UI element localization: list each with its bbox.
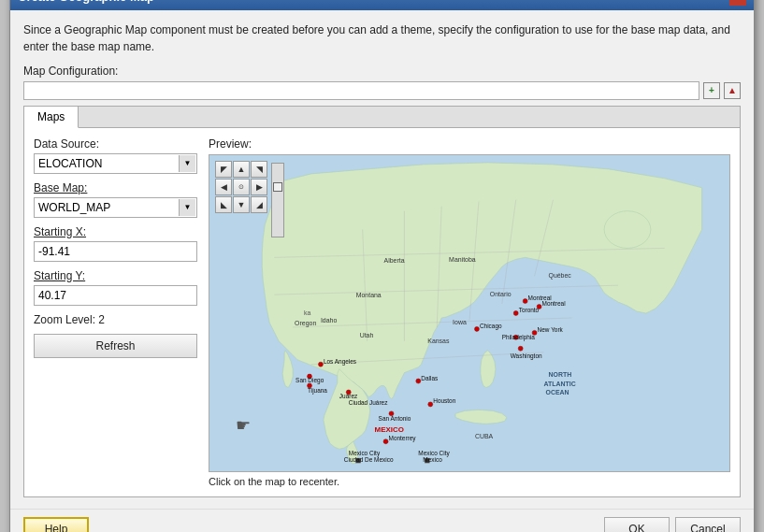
map-svg: Alberta Manitoba Ontario Québec Montana … <box>209 155 729 471</box>
close-button[interactable]: ✕ <box>729 0 746 6</box>
svg-text:Québec: Québec <box>549 272 572 280</box>
svg-text:Alberta: Alberta <box>384 257 405 264</box>
map-config-label: Map Configuration: <box>23 65 741 78</box>
zoom-control <box>271 161 284 237</box>
zoom-track[interactable] <box>271 163 284 237</box>
svg-point-33 <box>523 298 527 303</box>
dialog-title: Create Geographic Map <box>18 0 154 4</box>
refresh-button[interactable]: Refresh <box>34 334 197 358</box>
svg-point-37 <box>513 310 518 315</box>
config-add-button[interactable]: + <box>703 82 720 99</box>
nav-center-button[interactable]: ⊙ <box>233 179 250 195</box>
map-nav-controls: ◤ ▲ ◥ ◀ ⊙ ▶ ◣ ▼ ◢ <box>215 161 267 213</box>
svg-text:Kansas: Kansas <box>427 337 450 343</box>
create-geographic-map-dialog: Create Geographic Map ✕ Since a Geograph… <box>9 0 755 532</box>
data-source-select[interactable]: ELOCATION <box>34 153 197 174</box>
svg-text:Idaho: Idaho <box>321 316 338 323</box>
svg-text:Ontario: Ontario <box>490 291 512 297</box>
svg-text:Oregon: Oregon <box>295 319 316 326</box>
svg-point-45 <box>518 346 523 351</box>
help-button[interactable]: Help <box>23 517 89 533</box>
footer-left: Help <box>23 517 89 533</box>
map-click-hint: Click on the map to recenter. <box>209 476 730 487</box>
svg-text:Chicago: Chicago <box>480 322 502 329</box>
ok-button[interactable]: OK <box>604 517 670 533</box>
svg-text:Montana: Montana <box>356 292 382 298</box>
cancel-button[interactable]: Cancel <box>675 517 741 533</box>
svg-text:Dallas: Dallas <box>421 374 438 381</box>
title-bar: Create Geographic Map ✕ <box>10 0 754 10</box>
nav-down-button[interactable]: ▼ <box>233 196 250 213</box>
svg-text:Washington: Washington <box>511 352 542 359</box>
nav-upright-button[interactable]: ◥ <box>251 161 267 178</box>
nav-upleft-button[interactable]: ◤ <box>215 161 232 178</box>
nav-downright-button[interactable]: ◢ <box>251 196 267 213</box>
tab-content: Data Source: ELOCATION ▼ Base Map: WORLD… <box>24 128 740 496</box>
svg-text:OCEAN: OCEAN <box>546 389 569 395</box>
svg-text:Ciudad De Mexico: Ciudad De Mexico <box>344 456 394 463</box>
svg-text:Montreal: Montreal <box>542 300 566 307</box>
tab-header: Maps <box>24 107 740 128</box>
base-map-label: Base Map: <box>34 181 197 194</box>
svg-point-39 <box>474 326 479 331</box>
svg-text:NORTH: NORTH <box>549 370 572 377</box>
nav-downleft-button[interactable]: ◣ <box>215 196 232 213</box>
svg-point-51 <box>318 362 323 367</box>
svg-text:New York: New York <box>538 325 564 332</box>
svg-text:Toronto: Toronto <box>519 307 540 313</box>
svg-text:Los Angeles: Los Angeles <box>324 357 356 365</box>
zoom-thumb[interactable] <box>273 182 282 192</box>
svg-text:ka: ka <box>304 309 310 315</box>
dialog-footer: Help OK Cancel <box>10 509 754 533</box>
svg-text:Iowa: Iowa <box>453 318 467 324</box>
data-source-wrapper: ELOCATION ▼ <box>34 153 197 174</box>
right-panel: Preview: ◤ ▲ ◥ ◀ ⊙ ▶ ◣ ▼ ◢ <box>209 137 730 487</box>
description-text: Since a Geographic Map component must be… <box>23 22 741 55</box>
nav-left-button[interactable]: ◀ <box>215 179 232 195</box>
starting-x-input[interactable] <box>34 241 197 262</box>
data-source-label: Data Source: <box>34 137 197 151</box>
starting-y-input[interactable] <box>34 285 197 306</box>
starting-y-label: Starting Y: <box>34 269 197 282</box>
svg-text:ATLANTIC: ATLANTIC <box>544 380 576 386</box>
config-row: + ▲ <box>23 81 741 100</box>
map-container[interactable]: ◤ ▲ ◥ ◀ ⊙ ▶ ◣ ▼ ◢ <box>209 154 730 472</box>
svg-text:Mexico: Mexico <box>423 456 442 463</box>
base-map-wrapper: WORLD_MAP ▼ <box>34 197 197 218</box>
nav-up-button[interactable]: ▲ <box>233 161 250 178</box>
svg-text:Utah: Utah <box>360 331 374 338</box>
svg-text:San Diego: San Diego <box>296 376 324 383</box>
svg-point-49 <box>428 401 433 406</box>
nav-right-button[interactable]: ▶ <box>251 179 267 195</box>
svg-text:CUBA: CUBA <box>475 433 494 439</box>
svg-text:Monterrey: Monterrey <box>389 435 417 442</box>
svg-text:Philadelphia: Philadelphia <box>502 333 536 340</box>
svg-text:San Antonio: San Antonio <box>379 415 411 422</box>
base-map-select[interactable]: WORLD_MAP <box>34 197 197 218</box>
zoom-level-label: Zoom Level: 2 <box>34 313 197 326</box>
svg-point-43 <box>532 330 537 335</box>
svg-text:MEXICO: MEXICO <box>375 425 404 434</box>
starting-x-label: Starting X: <box>34 225 197 238</box>
svg-point-10 <box>604 210 651 248</box>
map-config-input[interactable] <box>23 81 699 100</box>
svg-point-63 <box>383 439 388 443</box>
left-panel: Data Source: ELOCATION ▼ Base Map: WORLD… <box>34 137 197 487</box>
svg-text:Houston: Houston <box>433 397 455 404</box>
svg-point-8 <box>496 300 514 308</box>
tabs-container: Maps Data Source: ELOCATION ▼ Base Map: <box>23 106 741 497</box>
svg-text:Juárez: Juárez <box>339 393 357 399</box>
config-remove-button[interactable]: ▲ <box>724 82 741 99</box>
tab-maps[interactable]: Maps <box>24 107 79 128</box>
preview-label: Preview: <box>209 137 730 151</box>
svg-text:Manitoba: Manitoba <box>449 256 476 263</box>
svg-point-47 <box>416 379 421 383</box>
footer-right: OK Cancel <box>604 517 741 533</box>
dialog-body: Since a Geographic Map component must be… <box>10 10 754 509</box>
svg-text:Ciudad Juárez: Ciudad Juárez <box>349 399 388 406</box>
svg-text:Tijuana: Tijuana <box>308 387 327 395</box>
